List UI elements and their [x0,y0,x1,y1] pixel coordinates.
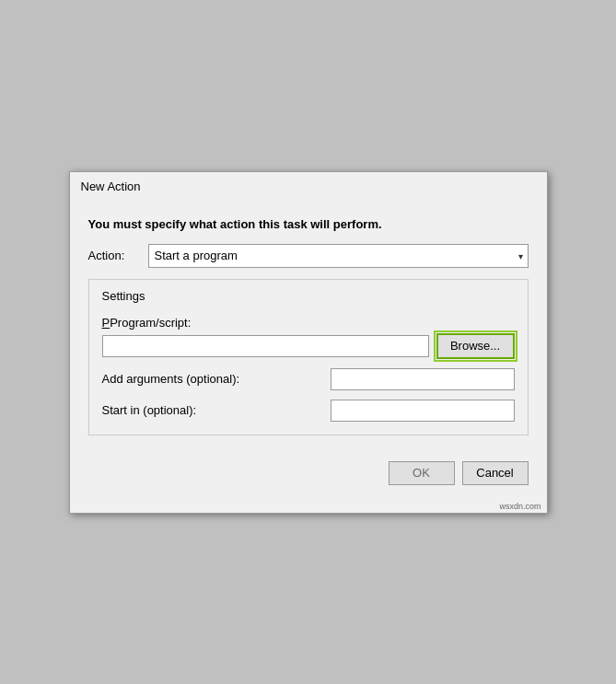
dialog-title: New Action [81,180,141,193]
ok-button[interactable]: OK [389,461,455,485]
settings-section: Settings PProgram/script: Browse... Add … [88,279,529,435]
start-in-row: Start in (optional): [102,400,515,422]
action-label: Action: [88,249,139,262]
title-bar: New Action [70,172,547,199]
action-select-wrapper[interactable]: Start a program Send an e-mail Display a… [148,244,529,268]
start-in-label: Start in (optional): [102,403,197,417]
dialog-window: New Action You must specify what action … [69,171,548,514]
program-script-row: Browse... [102,333,515,359]
program-script-input[interactable] [102,335,429,357]
start-in-input[interactable] [331,400,515,422]
browse-button[interactable]: Browse... [436,333,515,359]
dialog-footer: OK Cancel [70,448,547,500]
program-script-label: PProgram/script: [102,316,515,330]
warning-text: You must specify what action this task w… [88,212,529,233]
program-script-group: PProgram/script: Browse... [102,316,515,359]
watermark: wsxdn.com [70,500,547,513]
action-select[interactable]: Start a program Send an e-mail Display a… [148,244,529,268]
dialog-body: You must specify what action this task w… [70,199,547,448]
settings-title: Settings [102,289,515,303]
action-row: Action: Start a program Send an e-mail D… [88,244,529,268]
add-arguments-row: Add arguments (optional): [102,368,515,390]
cancel-button[interactable]: Cancel [462,461,529,485]
add-arguments-label: Add arguments (optional): [102,372,240,386]
add-arguments-input[interactable] [331,368,515,390]
